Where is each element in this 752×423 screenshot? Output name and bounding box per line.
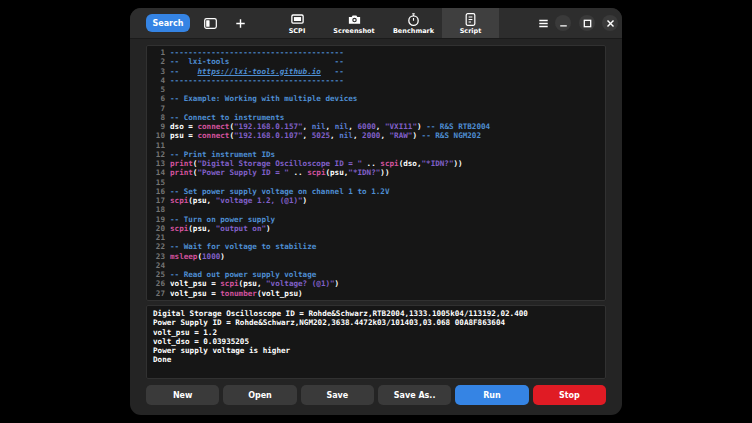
run-button[interactable]: Run — [455, 385, 528, 405]
save-as-button[interactable]: Save As.. — [378, 385, 451, 405]
code-text: -- Set power supply voltage on channel 1… — [170, 187, 389, 196]
line-number: 24 — [147, 261, 170, 270]
console-line: Done — [153, 355, 605, 364]
minimize-button[interactable] — [555, 15, 571, 31]
desktop-background: Search SCPIScreenshotBenchmarkScript — [0, 0, 752, 423]
line-number: 1 — [147, 48, 170, 57]
code-line: 24 — [147, 261, 605, 270]
tab-label: Screenshot — [333, 27, 374, 35]
headerbar: Search SCPIScreenshotBenchmarkScript — [130, 8, 622, 39]
camera-icon — [347, 12, 362, 27]
code-line: 5 — [147, 85, 605, 94]
tab-label: Benchmark — [393, 27, 434, 35]
code-line: 3-- https://lxi-tools.github.io -- — [147, 67, 605, 76]
code-line: 8-- Connect to instruments — [147, 113, 605, 122]
code-text: print("Power Supply ID = " .. scpi(psu,"… — [170, 168, 390, 177]
code-text: -------------------------------------- — [170, 48, 344, 57]
code-line: 11 — [147, 141, 605, 150]
search-button[interactable]: Search — [146, 14, 190, 32]
plus-icon — [233, 16, 248, 31]
line-number: 11 — [147, 141, 170, 150]
line-number: 6 — [147, 94, 170, 103]
minimize-icon — [556, 16, 571, 31]
new-button[interactable]: New — [146, 385, 219, 405]
lxi-gui-window: Search SCPIScreenshotBenchmarkScript — [130, 8, 622, 415]
code-text — [170, 205, 175, 214]
hamburger-icon — [536, 16, 551, 31]
line-number: 25 — [147, 270, 170, 279]
main-menu-button[interactable] — [533, 13, 553, 33]
sidebar-toggle-button[interactable] — [200, 13, 220, 33]
line-number: 19 — [147, 215, 170, 224]
code-text: dso = connect("192.168.0.157", nil, nil,… — [170, 122, 490, 131]
line-number: 17 — [147, 196, 170, 205]
tab-screenshot[interactable]: Screenshot — [323, 8, 385, 38]
line-number: 16 — [147, 187, 170, 196]
console-line: Power supply voltage is higher — [153, 346, 605, 355]
line-number: 13 — [147, 159, 170, 168]
code-line: 15 — [147, 178, 605, 187]
code-line: 22-- Wait for voltage to stabilize — [147, 242, 605, 251]
maximize-button[interactable] — [579, 15, 595, 31]
code-line: 9dso = connect("192.168.0.157", nil, nil… — [147, 122, 605, 131]
line-number: 14 — [147, 168, 170, 177]
console-line: Digital Storage Oscilloscope ID = Rohde&… — [153, 309, 605, 318]
code-text — [170, 178, 175, 187]
code-text: -- Print instrument IDs — [170, 150, 275, 159]
code-text: volt_psu = tonumber(volt_psu) — [170, 289, 303, 298]
code-line: 6-- Example: Working with multiple devic… — [147, 94, 605, 103]
script-action-bar: NewOpenSaveSave As..RunStop — [146, 385, 606, 405]
script-tab-content: 1--------------------------------------2… — [130, 39, 622, 405]
line-number: 22 — [147, 242, 170, 251]
open-button[interactable]: Open — [223, 385, 296, 405]
line-number: 2 — [147, 57, 170, 66]
console-line: volt_psu = 1.2 — [153, 328, 605, 337]
stop-button[interactable]: Stop — [533, 385, 606, 405]
close-icon — [603, 16, 618, 31]
line-number: 23 — [147, 252, 170, 261]
tab-label: Script — [460, 27, 482, 35]
console-line: Power Supply ID = Rohde&Schwarz,NGM202,3… — [153, 318, 605, 327]
line-number: 12 — [147, 150, 170, 159]
code-line: 7 — [147, 104, 605, 113]
line-number: 27 — [147, 289, 170, 298]
code-line: 18 — [147, 205, 605, 214]
display-icon — [290, 12, 305, 27]
code-text: -- Wait for voltage to stabilize — [170, 242, 316, 251]
code-text: msleep(1000) — [170, 252, 225, 261]
save-button[interactable]: Save — [301, 385, 374, 405]
code-line: 16-- Set power supply voltage on channel… — [147, 187, 605, 196]
maximize-icon — [580, 16, 595, 31]
code-text — [170, 261, 175, 270]
code-line: 26volt_psu = scpi(psu, "voltage? (@1)") — [147, 279, 605, 288]
tab-scpi[interactable]: SCPI — [271, 8, 323, 38]
code-line: 20scpi(psu, "output on") — [147, 224, 605, 233]
tab-script[interactable]: Script — [442, 8, 499, 38]
line-number: 18 — [147, 205, 170, 214]
code-text: -- Read out power supply voltage — [170, 270, 316, 279]
tab-benchmark[interactable]: Benchmark — [385, 8, 442, 38]
code-text — [170, 104, 175, 113]
code-line: 13print("Digital Storage Oscilloscope ID… — [147, 159, 605, 168]
script-editor[interactable]: 1--------------------------------------2… — [146, 45, 606, 301]
close-button[interactable] — [602, 15, 618, 31]
line-number: 20 — [147, 224, 170, 233]
line-number: 7 — [147, 104, 170, 113]
code-line: 17scpi(psu, "voltage 1.2, (@1)") — [147, 196, 605, 205]
code-line: 10psu = connect("192.168.0.107", 5025, n… — [147, 131, 605, 140]
code-line: 12-- Print instrument IDs — [147, 150, 605, 159]
line-number: 21 — [147, 233, 170, 242]
code-line: 27volt_psu = tonumber(volt_psu) — [147, 289, 605, 298]
code-text: print("Digital Storage Oscilloscope ID =… — [170, 159, 463, 168]
stopwatch-icon — [406, 12, 421, 27]
code-line: 2-- lxi-tools -- — [147, 57, 605, 66]
code-text: -- Connect to instruments — [170, 113, 284, 122]
code-text: scpi(psu, "voltage 1.2, (@1)") — [170, 196, 307, 205]
output-console[interactable]: Digital Storage Oscilloscope ID = Rohde&… — [146, 305, 606, 379]
code-text: psu = connect("192.168.0.107", 5025, nil… — [170, 131, 481, 140]
line-number: 9 — [147, 122, 170, 131]
code-text — [170, 141, 175, 150]
code-line: 25-- Read out power supply voltage — [147, 270, 605, 279]
add-tab-button[interactable] — [230, 13, 250, 33]
code-line: 14print("Power Supply ID = " .. scpi(psu… — [147, 168, 605, 177]
